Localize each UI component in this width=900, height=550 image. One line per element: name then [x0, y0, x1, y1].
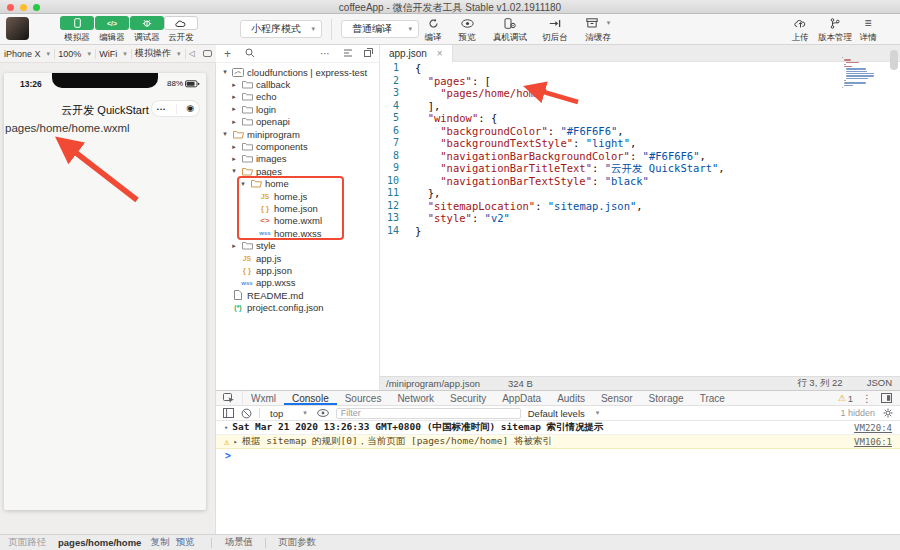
- disclosure-open-icon[interactable]: ▾: [224, 424, 228, 432]
- cloud-dev-button[interactable]: 云开发: [161, 16, 201, 44]
- console-prompt[interactable]: >: [216, 449, 900, 462]
- scene-value-label[interactable]: 场景值: [224, 536, 253, 549]
- more-actions-icon[interactable]: ⋯: [320, 48, 330, 60]
- simulator-toggle-button[interactable]: 模拟器: [57, 16, 97, 44]
- tree-item[interactable]: ▸images: [216, 153, 379, 165]
- code-line[interactable]: 11 },: [380, 187, 900, 200]
- debugger-tab-storage[interactable]: Storage: [641, 391, 692, 405]
- close-icon[interactable]: ×: [437, 48, 443, 59]
- code-line[interactable]: 3 "pages/home/home": [380, 87, 900, 100]
- tree-expand-arrow[interactable]: ▸: [230, 93, 238, 101]
- page-params-label[interactable]: 页面参数: [278, 536, 316, 549]
- code-line[interactable]: 5 "window": {: [380, 112, 900, 125]
- inspect-element-icon[interactable]: [216, 391, 243, 405]
- tree-expand-arrow[interactable]: ▸: [230, 242, 238, 250]
- tree-item[interactable]: ▸components: [216, 140, 379, 152]
- language-mode[interactable]: JSON: [867, 377, 892, 390]
- tree-item[interactable]: README.md: [216, 289, 379, 301]
- exit-target-icon[interactable]: ◉: [186, 104, 194, 113]
- open-in-new-icon[interactable]: [364, 48, 373, 57]
- tree-item[interactable]: JSapp.js: [216, 252, 379, 264]
- editor-scrollbar[interactable]: [889, 48, 898, 368]
- code-line[interactable]: 1{: [380, 62, 900, 75]
- tree-item[interactable]: ▸callback: [216, 78, 379, 90]
- code-editor[interactable]: 1{2 "pages": [3 "pages/home/home"4 ],5 "…: [380, 62, 900, 237]
- console-warning-message[interactable]: ⚠▸根据 sitemap 的规则[0]，当前页面 [pages/home/hom…: [216, 435, 900, 449]
- execution-context-select[interactable]: top ▾: [267, 408, 310, 419]
- debugger-tab-audits[interactable]: Audits: [549, 391, 593, 405]
- code-line[interactable]: 8 "navigationBarBackgroundColor": "#F6F6…: [380, 150, 900, 163]
- tree-item[interactable]: { }home.json: [216, 202, 379, 214]
- program-mode-select[interactable]: 小程序模式 ▾: [240, 20, 322, 38]
- tree-expand-arrow[interactable]: ▸: [230, 118, 238, 126]
- editor-toggle-button[interactable]: </> 编辑器: [92, 16, 132, 44]
- tree-item[interactable]: ▸login: [216, 103, 379, 115]
- tree-item[interactable]: <>home.wxml: [216, 215, 379, 227]
- tree-item[interactable]: ▾home: [216, 178, 379, 190]
- clear-cache-button[interactable]: ▾ 清缓存: [576, 16, 620, 44]
- add-file-button[interactable]: +: [224, 48, 231, 60]
- preview-button[interactable]: 预览: [447, 16, 487, 44]
- device-frame-icon[interactable]: [199, 50, 216, 57]
- editor-tab-appjson[interactable]: app.json ×: [380, 45, 453, 62]
- device-select[interactable]: iPhone X ▾: [0, 49, 54, 59]
- code-line[interactable]: 12 "sitemapLocation": "sitemap.json",: [380, 200, 900, 213]
- tree-expand-arrow[interactable]: ▸: [230, 155, 238, 163]
- network-select[interactable]: WiFi ▾: [95, 49, 131, 59]
- code-line[interactable]: 6 "backgroundColor": "#F6F6F6",: [380, 125, 900, 138]
- code-line[interactable]: 10 "navigationBarTextStyle": "black": [380, 175, 900, 188]
- clear-console-icon[interactable]: [241, 408, 252, 419]
- tree-item[interactable]: wssapp.wxss: [216, 277, 379, 289]
- tree-item[interactable]: (*)project.config.json: [216, 301, 379, 313]
- debugger-tab-console[interactable]: Console: [284, 391, 337, 405]
- kebab-menu-icon[interactable]: ⋮: [862, 393, 872, 404]
- mini-program-capsule[interactable]: ••• ◉: [151, 100, 200, 117]
- tree-item[interactable]: ▾pages: [216, 165, 379, 177]
- warning-counter[interactable]: ⚠ 1: [838, 393, 853, 404]
- tree-item[interactable]: ▾miniprogram: [216, 128, 379, 140]
- debugger-tab-security[interactable]: Security: [442, 391, 494, 405]
- details-button[interactable]: ≡ 详情: [848, 16, 888, 44]
- tree-collapse-arrow[interactable]: ▾: [239, 180, 247, 188]
- compile-mode-select[interactable]: 普通编译 ▾: [341, 20, 419, 38]
- debugger-tab-network[interactable]: Network: [389, 391, 442, 405]
- code-line[interactable]: 4 ],: [380, 100, 900, 113]
- phone-screen[interactable]: 13:26 88% 云开发 QuickStart ••• ◉ pages/hom…: [4, 73, 206, 510]
- tree-collapse-arrow[interactable]: ▾: [221, 68, 229, 76]
- preview-path-link[interactable]: 预览: [175, 536, 194, 549]
- live-expression-eye-icon[interactable]: [317, 409, 329, 417]
- dock-side-icon[interactable]: [881, 393, 892, 403]
- tree-expand-arrow[interactable]: ▸: [230, 81, 238, 89]
- remote-debug-button[interactable]: 真机调试: [486, 16, 534, 44]
- console-source-link[interactable]: VM220:4: [854, 423, 892, 433]
- search-icon[interactable]: [245, 48, 255, 58]
- tree-expand-arrow[interactable]: ▸: [230, 105, 238, 113]
- console-source-link[interactable]: VM106:1: [854, 437, 892, 447]
- tree-expand-arrow[interactable]: ▸: [230, 143, 238, 151]
- avatar[interactable]: [6, 17, 29, 40]
- tree-item[interactable]: ▸style: [216, 239, 379, 251]
- console-group-message[interactable]: ▾Sat Mar 21 2020 13:26:33 GMT+0800 (中国标准…: [216, 421, 900, 435]
- simulate-actions-select[interactable]: 模拟操作 ▾: [131, 47, 185, 60]
- disclosure-closed-icon[interactable]: ▸: [233, 438, 237, 446]
- tree-item[interactable]: ▾cloudfunctions | express-test: [216, 66, 379, 78]
- debugger-tab-wxml[interactable]: Wxml: [243, 391, 284, 405]
- code-line[interactable]: 14}: [380, 225, 900, 238]
- collapse-all-icon[interactable]: [343, 48, 353, 58]
- background-switch-button[interactable]: 切后台: [535, 16, 575, 44]
- debugger-tab-appdata[interactable]: AppData: [494, 391, 549, 405]
- tree-collapse-arrow[interactable]: ▾: [221, 130, 229, 138]
- tree-item[interactable]: ▸echo: [216, 91, 379, 103]
- tree-item[interactable]: ▸openapi: [216, 116, 379, 128]
- copy-path-link[interactable]: 复制: [150, 536, 169, 549]
- console-sidebar-icon[interactable]: [223, 408, 234, 418]
- sound-toggle-icon[interactable]: ◁: [185, 49, 199, 58]
- code-line[interactable]: 7 "backgroundTextStyle": "light",: [380, 137, 900, 150]
- console-settings-gear-icon[interactable]: [883, 408, 893, 418]
- code-line[interactable]: 2 "pages": [: [380, 75, 900, 88]
- code-line[interactable]: 13 "style": "v2": [380, 212, 900, 225]
- zoom-select[interactable]: 100% ▾: [54, 49, 95, 59]
- tree-item[interactable]: JShome.js: [216, 190, 379, 202]
- tree-item[interactable]: wsshome.wxss: [216, 227, 379, 239]
- tree-item[interactable]: { }app.json: [216, 264, 379, 276]
